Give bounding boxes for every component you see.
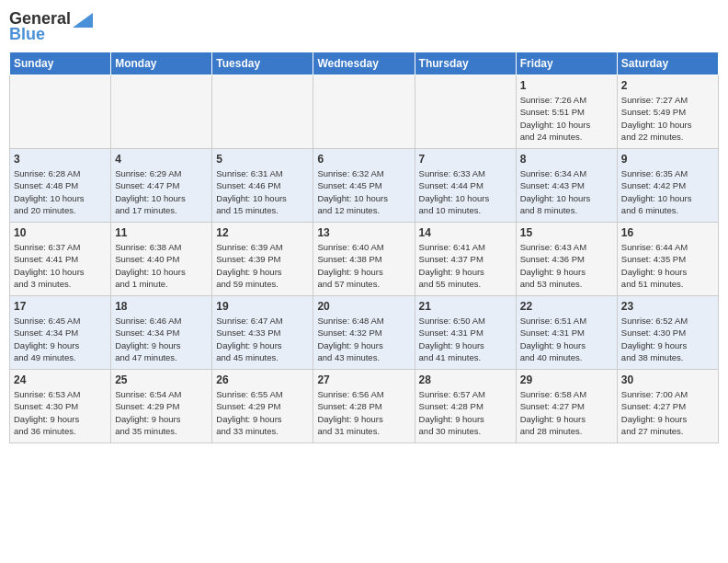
day-number: 29 [520,373,613,386]
day-cell: 27Sunrise: 6:56 AM Sunset: 4:28 PM Dayli… [313,370,415,443]
logo: General Blue [9,9,93,44]
day-info: Sunrise: 6:53 AM Sunset: 4:30 PM Dayligh… [14,388,107,437]
day-cell: 15Sunrise: 6:43 AM Sunset: 4:36 PM Dayli… [516,223,617,296]
day-cell: 2Sunrise: 7:27 AM Sunset: 5:49 PM Daylig… [617,75,718,149]
day-number: 26 [216,373,309,386]
day-number: 8 [520,153,613,166]
day-info: Sunrise: 6:32 AM Sunset: 4:45 PM Dayligh… [317,167,410,216]
day-number: 28 [419,373,512,386]
day-cell [415,75,516,149]
day-cell: 4Sunrise: 6:29 AM Sunset: 4:47 PM Daylig… [111,149,212,223]
day-cell [313,75,415,149]
svg-marker-0 [73,13,93,28]
week-row-2: 3Sunrise: 6:28 AM Sunset: 4:48 PM Daylig… [10,149,719,223]
day-number: 21 [419,300,512,313]
day-number: 27 [317,373,410,386]
day-number: 22 [520,300,613,313]
day-info: Sunrise: 6:28 AM Sunset: 4:48 PM Dayligh… [14,167,107,216]
day-info: Sunrise: 7:00 AM Sunset: 4:27 PM Dayligh… [621,388,714,437]
day-info: Sunrise: 6:45 AM Sunset: 4:34 PM Dayligh… [14,315,107,363]
day-cell: 28Sunrise: 6:57 AM Sunset: 4:28 PM Dayli… [415,370,516,443]
week-row-1: 1Sunrise: 7:26 AM Sunset: 5:51 PM Daylig… [10,75,719,149]
header-tuesday: Tuesday [212,52,313,75]
day-info: Sunrise: 6:55 AM Sunset: 4:29 PM Dayligh… [216,388,309,437]
day-info: Sunrise: 6:47 AM Sunset: 4:33 PM Dayligh… [216,315,309,363]
day-info: Sunrise: 6:31 AM Sunset: 4:46 PM Dayligh… [216,167,309,216]
day-cell: 30Sunrise: 7:00 AM Sunset: 4:27 PM Dayli… [617,370,718,443]
day-info: Sunrise: 6:29 AM Sunset: 4:47 PM Dayligh… [115,167,208,216]
day-info: Sunrise: 6:34 AM Sunset: 4:43 PM Dayligh… [520,167,613,216]
header-row: SundayMondayTuesdayWednesdayThursdayFrid… [10,52,719,75]
day-number: 13 [317,226,410,239]
header-sunday: Sunday [10,52,111,75]
day-cell: 16Sunrise: 6:44 AM Sunset: 4:35 PM Dayli… [617,223,718,296]
day-number: 25 [115,373,208,386]
logo-blue-text: Blue [9,25,45,44]
day-info: Sunrise: 6:54 AM Sunset: 4:29 PM Dayligh… [115,388,208,437]
day-cell: 13Sunrise: 6:40 AM Sunset: 4:38 PM Dayli… [313,223,415,296]
day-cell: 6Sunrise: 6:32 AM Sunset: 4:45 PM Daylig… [313,149,415,223]
day-cell: 21Sunrise: 6:50 AM Sunset: 4:31 PM Dayli… [415,296,516,370]
header-thursday: Thursday [415,52,516,75]
header-wednesday: Wednesday [313,52,415,75]
day-cell: 17Sunrise: 6:45 AM Sunset: 4:34 PM Dayli… [10,296,111,370]
day-cell: 22Sunrise: 6:51 AM Sunset: 4:31 PM Dayli… [516,296,617,370]
day-cell: 25Sunrise: 6:54 AM Sunset: 4:29 PM Dayli… [111,370,212,443]
day-cell [111,75,212,149]
day-info: Sunrise: 6:52 AM Sunset: 4:30 PM Dayligh… [621,315,714,363]
day-cell: 3Sunrise: 6:28 AM Sunset: 4:48 PM Daylig… [10,149,111,223]
day-cell: 24Sunrise: 6:53 AM Sunset: 4:30 PM Dayli… [10,370,111,443]
day-info: Sunrise: 6:57 AM Sunset: 4:28 PM Dayligh… [419,388,512,437]
day-number: 14 [419,226,512,239]
day-cell: 23Sunrise: 6:52 AM Sunset: 4:30 PM Dayli… [617,296,718,370]
day-cell: 29Sunrise: 6:58 AM Sunset: 4:27 PM Dayli… [516,370,617,443]
day-number: 17 [14,300,107,313]
day-cell: 26Sunrise: 6:55 AM Sunset: 4:29 PM Dayli… [212,370,313,443]
calendar-table: SundayMondayTuesdayWednesdayThursdayFrid… [9,52,719,443]
day-cell: 10Sunrise: 6:37 AM Sunset: 4:41 PM Dayli… [10,223,111,296]
day-number: 5 [216,153,309,166]
day-cell: 9Sunrise: 6:35 AM Sunset: 4:42 PM Daylig… [617,149,718,223]
day-info: Sunrise: 7:26 AM Sunset: 5:51 PM Dayligh… [520,94,613,143]
header-friday: Friday [516,52,617,75]
week-row-4: 17Sunrise: 6:45 AM Sunset: 4:34 PM Dayli… [10,296,719,370]
day-info: Sunrise: 6:43 AM Sunset: 4:36 PM Dayligh… [520,241,613,290]
day-info: Sunrise: 6:51 AM Sunset: 4:31 PM Dayligh… [520,315,613,363]
day-number: 15 [520,226,613,239]
day-cell: 1Sunrise: 7:26 AM Sunset: 5:51 PM Daylig… [516,75,617,149]
day-info: Sunrise: 6:58 AM Sunset: 4:27 PM Dayligh… [520,388,613,437]
day-cell: 14Sunrise: 6:41 AM Sunset: 4:37 PM Dayli… [415,223,516,296]
day-cell: 7Sunrise: 6:33 AM Sunset: 4:44 PM Daylig… [415,149,516,223]
day-info: Sunrise: 6:41 AM Sunset: 4:37 PM Dayligh… [419,241,512,290]
day-info: Sunrise: 6:48 AM Sunset: 4:32 PM Dayligh… [317,315,410,363]
day-number: 23 [621,300,714,313]
day-info: Sunrise: 6:56 AM Sunset: 4:28 PM Dayligh… [317,388,410,437]
day-cell: 8Sunrise: 6:34 AM Sunset: 4:43 PM Daylig… [516,149,617,223]
week-row-3: 10Sunrise: 6:37 AM Sunset: 4:41 PM Dayli… [10,223,719,296]
day-info: Sunrise: 6:40 AM Sunset: 4:38 PM Dayligh… [317,241,410,290]
day-info: Sunrise: 6:50 AM Sunset: 4:31 PM Dayligh… [419,315,512,363]
day-number: 11 [115,226,208,239]
day-info: Sunrise: 6:35 AM Sunset: 4:42 PM Dayligh… [621,167,714,216]
day-number: 1 [520,79,613,92]
day-cell: 19Sunrise: 6:47 AM Sunset: 4:33 PM Dayli… [212,296,313,370]
day-number: 16 [621,226,714,239]
day-info: Sunrise: 6:38 AM Sunset: 4:40 PM Dayligh… [115,241,208,290]
header-saturday: Saturday [617,52,718,75]
day-info: Sunrise: 6:39 AM Sunset: 4:39 PM Dayligh… [216,241,309,290]
day-info: Sunrise: 6:33 AM Sunset: 4:44 PM Dayligh… [419,167,512,216]
day-cell: 20Sunrise: 6:48 AM Sunset: 4:32 PM Dayli… [313,296,415,370]
day-cell [10,75,111,149]
day-number: 7 [419,153,512,166]
day-number: 12 [216,226,309,239]
day-info: Sunrise: 7:27 AM Sunset: 5:49 PM Dayligh… [621,94,714,143]
logo-icon [73,13,93,28]
day-cell: 12Sunrise: 6:39 AM Sunset: 4:39 PM Dayli… [212,223,313,296]
day-cell: 5Sunrise: 6:31 AM Sunset: 4:46 PM Daylig… [212,149,313,223]
day-number: 3 [14,153,107,166]
day-number: 2 [621,79,714,92]
day-cell: 18Sunrise: 6:46 AM Sunset: 4:34 PM Dayli… [111,296,212,370]
day-number: 4 [115,153,208,166]
week-row-5: 24Sunrise: 6:53 AM Sunset: 4:30 PM Dayli… [10,370,719,443]
day-number: 20 [317,300,410,313]
